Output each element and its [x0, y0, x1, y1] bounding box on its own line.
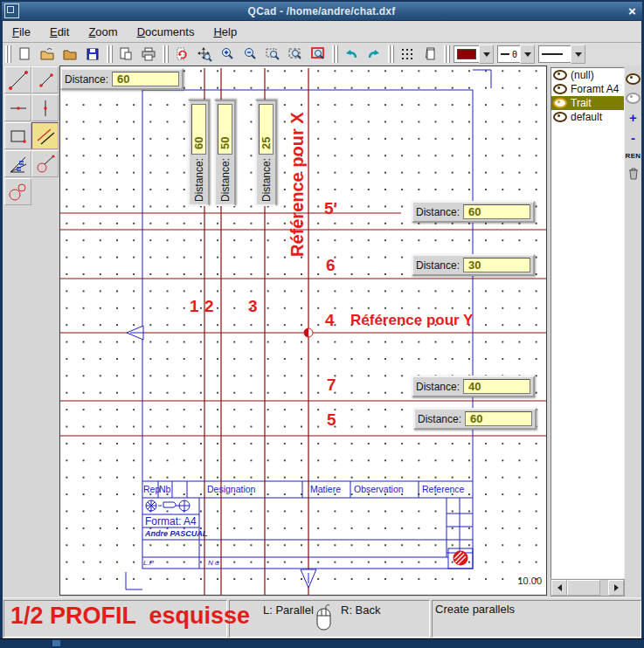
add-layer-button[interactable]: +	[625, 109, 641, 126]
distance-input[interactable]: 60	[112, 72, 179, 86]
menu-file[interactable]: File	[3, 23, 40, 41]
menu-help[interactable]: Help	[204, 23, 246, 41]
toolbar-handle[interactable]	[163, 45, 169, 63]
distance-label: Distance:	[219, 158, 232, 202]
layer-row-null[interactable]: (null)	[551, 68, 624, 82]
layer-row-trait[interactable]: Trait	[551, 96, 624, 110]
color-select[interactable]	[454, 45, 494, 63]
annotation-reference-y: Référence pour Y	[350, 312, 473, 329]
clipboard-button[interactable]	[419, 44, 441, 65]
layer-panel: (null) Foramt A4 Trait default +	[549, 65, 641, 597]
toolbar-handle[interactable]	[332, 45, 338, 63]
pan-zoom-icon	[197, 46, 212, 62]
menu-documents[interactable]: Documents	[128, 23, 204, 41]
draw-line-segment-button[interactable]	[31, 66, 59, 93]
zoom-auto-icon	[287, 46, 303, 62]
chevron-down-icon	[524, 52, 531, 57]
draw-circles-button[interactable]	[4, 178, 31, 205]
undo-button[interactable]	[340, 44, 363, 65]
show-all-layers-button[interactable]	[625, 71, 641, 87]
eye-icon[interactable]	[553, 98, 567, 108]
zoom-in-icon	[219, 46, 235, 62]
distance-input[interactable]: 40	[463, 379, 530, 394]
command-hint: Create parallels	[435, 603, 515, 616]
layer-list-scrollbar[interactable]	[551, 579, 625, 596]
distance-input[interactable]: 50	[218, 104, 232, 155]
open-file-button[interactable]	[36, 44, 59, 65]
zoom-previous-button[interactable]	[307, 44, 329, 65]
redraw-button[interactable]	[170, 44, 193, 65]
layer-row-default[interactable]: default	[551, 110, 624, 124]
toolbar-handle[interactable]	[388, 45, 394, 63]
toolbar-handle[interactable]	[107, 45, 113, 63]
style-dropdown-button[interactable]	[571, 45, 585, 64]
width-dropdown-button[interactable]	[520, 45, 535, 64]
zoom-out-icon	[242, 46, 258, 62]
titleblock-signature: L.P	[143, 559, 154, 567]
grid-size-label: 10.00	[517, 576, 542, 586]
layer-list[interactable]: (null) Foramt A4 Trait default	[551, 67, 625, 579]
redo-button[interactable]	[363, 44, 385, 65]
zoom-pan-button[interactable]	[193, 44, 216, 65]
line-segment-icon	[34, 69, 57, 92]
draw-horizontal-line-button[interactable]	[4, 94, 31, 121]
draw-rectangle-button[interactable]	[4, 122, 31, 149]
print-icon	[141, 46, 156, 62]
print-button[interactable]	[137, 44, 160, 65]
draw-line-button[interactable]	[4, 66, 31, 93]
grid-toggle-button[interactable]	[396, 44, 419, 65]
menu-zoom[interactable]: Zoom	[79, 23, 127, 41]
toolbar-handle[interactable]	[444, 45, 450, 63]
line-width-select[interactable]: 0	[497, 45, 535, 63]
draw-vertical-line-button[interactable]	[31, 94, 59, 121]
remove-layer-button[interactable]: -	[625, 129, 641, 146]
app-icon[interactable]	[4, 3, 19, 18]
eye-icon[interactable]	[553, 84, 567, 94]
window-grip[interactable]	[52, 640, 60, 646]
color-dropdown-button[interactable]	[479, 45, 494, 64]
menu-edit[interactable]: Edit	[40, 23, 79, 41]
distance-label: Distance:	[418, 413, 461, 425]
title-bar[interactable]: QCad - /home/andre/chat.dxf ×	[2, 2, 642, 20]
scroll-right-button[interactable]	[608, 580, 624, 596]
distance-input[interactable]: 25	[259, 104, 274, 155]
rename-layer-button[interactable]: REN	[625, 148, 641, 164]
distance-input[interactable]: 60	[463, 204, 530, 219]
hide-all-layers-button[interactable]	[625, 90, 641, 107]
window-title: QCad - /home/andre/chat.dxf	[19, 5, 624, 17]
zoom-window-button[interactable]	[261, 44, 284, 65]
zoom-out-button[interactable]	[239, 44, 261, 65]
close-button[interactable]: ×	[624, 3, 641, 18]
zoom-in-button[interactable]	[216, 44, 239, 65]
distance-input[interactable]: 60	[191, 104, 206, 155]
toolbar-handle[interactable]	[5, 45, 11, 63]
draw-tangent-button[interactable]	[31, 150, 59, 177]
tangent-circle-icon	[34, 153, 57, 176]
trash-icon	[627, 167, 640, 180]
delete-layer-button[interactable]	[625, 165, 641, 182]
folder-button[interactable]	[59, 44, 81, 65]
mouse-icon	[314, 603, 335, 634]
eye-icon[interactable]	[553, 112, 567, 122]
distance-input[interactable]: 30	[463, 258, 530, 272]
parallel-lines-icon	[34, 125, 57, 148]
layer-row-format[interactable]: Foramt A4	[551, 82, 624, 96]
new-file-button[interactable]	[13, 44, 36, 65]
distance-input[interactable]: 60	[465, 411, 532, 426]
annotation-3: 3	[248, 297, 258, 316]
draw-bisector-button[interactable]	[4, 150, 31, 177]
scroll-thumb[interactable]	[567, 580, 600, 596]
zoom-auto-button[interactable]	[284, 44, 307, 65]
draw-parallel-button[interactable]	[31, 122, 59, 149]
print-preview-button[interactable]	[114, 44, 137, 65]
save-button[interactable]	[81, 44, 104, 65]
titleblock-header-nb: Nb	[159, 484, 170, 494]
drawing-canvas[interactable]: Rep Nb Designation Matiere Observation R…	[59, 65, 547, 596]
eye-icon[interactable]	[553, 70, 567, 80]
new-file-icon	[17, 46, 32, 62]
scroll-left-button[interactable]	[551, 580, 567, 596]
right-click-hint: R: Back	[341, 603, 381, 617]
two-circles-icon	[7, 181, 30, 203]
current-color-swatch	[457, 49, 476, 59]
line-style-select[interactable]	[538, 45, 585, 63]
